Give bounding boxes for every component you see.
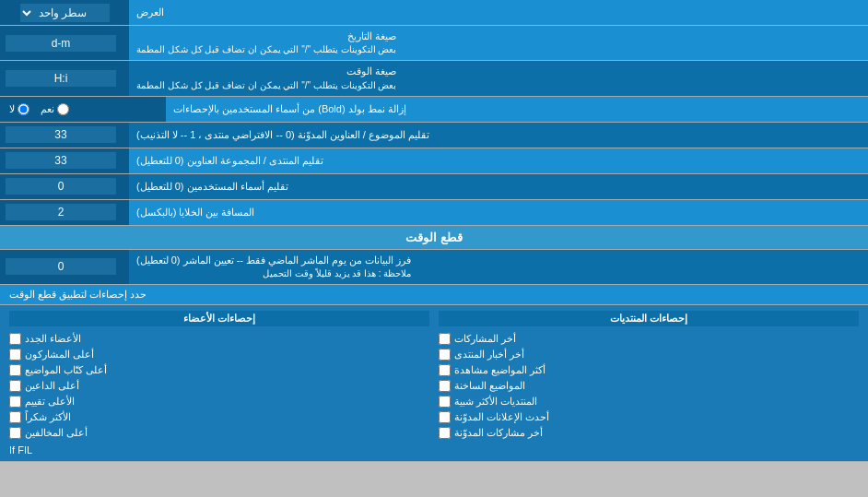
bottom-text: If FIL bbox=[9, 444, 859, 456]
checkbox-label-1-7: أخر مشاركات المدوّنة bbox=[454, 427, 543, 439]
display-label: العرض bbox=[129, 0, 868, 25]
checkbox-item-1-6: أحدث الإعلانات المدوّنة bbox=[439, 411, 859, 423]
checkbox-1-1[interactable] bbox=[439, 333, 451, 345]
realtime-data-row: فرز البيانات من يوم الماشر الماضي فقط --… bbox=[0, 250, 868, 285]
main-container: العرض سطر واحد سطرين ثلاثة أسطر صيغة الت… bbox=[0, 0, 868, 462]
checkbox-2-7[interactable] bbox=[9, 427, 21, 439]
topic-titles-row: تقليم الموضوع / العناوين المدوّنة (0 -- … bbox=[0, 123, 868, 148]
checkbox-label-1-3: أكثر المواضيع مشاهدة bbox=[454, 364, 545, 376]
date-format-input[interactable] bbox=[6, 35, 116, 52]
col2-header: إحصاءات الأعضاء bbox=[9, 311, 429, 326]
date-format-input-cell bbox=[0, 26, 129, 60]
checkbox-item-2-2: أعلى المشاركون bbox=[9, 349, 429, 361]
realtime-section-header: قطع الوقت bbox=[0, 226, 868, 250]
checkbox-label-2-6: الأكثر شكراً bbox=[25, 411, 71, 423]
checkbox-item-2-5: الأعلى تقييم bbox=[9, 396, 429, 408]
time-format-label: صيغة الوقت بعض التكوينات يتطلب "/" التي … bbox=[129, 61, 868, 95]
checkbox-col-members: إحصاءات الأعضاء الأعضاء الجدد أعلى المشا… bbox=[9, 311, 429, 439]
member-names-input[interactable] bbox=[6, 178, 116, 195]
checkbox-1-3[interactable] bbox=[439, 364, 451, 376]
forum-titles-row: تقليم المنتدى / المجموعة العناوين (0 للت… bbox=[0, 148, 868, 174]
col1-header: إحصاءات المنتديات bbox=[439, 311, 859, 326]
checkbox-item-1-4: المواضيع الساخنة bbox=[439, 380, 859, 392]
checkbox-2-1[interactable] bbox=[9, 333, 21, 345]
checkbox-label-1-2: أخر أخبار المنتدى bbox=[454, 349, 524, 361]
cell-spacing-input[interactable] bbox=[6, 204, 116, 220]
member-names-input-cell bbox=[0, 174, 129, 199]
checkbox-item-2-3: أعلى كتّاب المواضيع bbox=[9, 364, 429, 376]
display-select[interactable]: سطر واحد سطرين ثلاثة أسطر bbox=[20, 4, 110, 22]
checkbox-1-2[interactable] bbox=[439, 349, 451, 361]
checkbox-item-2-7: أعلى المخالفين bbox=[9, 427, 429, 439]
checkbox-item-2-4: أعلى الداعين bbox=[9, 380, 429, 392]
checkbox-item-2-6: الأكثر شكراً bbox=[9, 411, 429, 423]
member-names-label: تقليم أسماء المستخدمين (0 للتعطيل) bbox=[129, 174, 868, 199]
bold-radio-yes-label[interactable]: نعم bbox=[41, 103, 69, 115]
checkbox-label-1-4: المواضيع الساخنة bbox=[454, 380, 525, 392]
cell-spacing-row: المسافة بين الخلايا (بالبكسل) bbox=[0, 200, 868, 226]
checkbox-2-2[interactable] bbox=[9, 349, 21, 361]
cell-spacing-label: المسافة بين الخلايا (بالبكسل) bbox=[129, 200, 868, 225]
checkbox-label-2-3: أعلى كتّاب المواضيع bbox=[25, 364, 107, 376]
checkbox-2-5[interactable] bbox=[9, 396, 21, 408]
display-row: العرض سطر واحد سطرين ثلاثة أسطر bbox=[0, 0, 868, 26]
checkboxes-section: إحصاءات المنتديات أخر المشاركات أخر أخبا… bbox=[0, 305, 868, 462]
checkbox-2-3[interactable] bbox=[9, 364, 21, 376]
realtime-data-input-cell bbox=[0, 250, 129, 284]
realtime-data-label: فرز البيانات من يوم الماشر الماضي فقط --… bbox=[129, 250, 868, 284]
display-select-cell: سطر واحد سطرين ثلاثة أسطر bbox=[0, 0, 129, 25]
checkbox-2-6[interactable] bbox=[9, 411, 21, 423]
checkbox-item-1-2: أخر أخبار المنتدى bbox=[439, 349, 859, 361]
checkbox-label-2-5: الأعلى تقييم bbox=[25, 396, 75, 408]
cell-spacing-input-cell bbox=[0, 200, 129, 225]
date-format-label: صيغة التاريخ بعض التكوينات يتطلب "/" الت… bbox=[129, 26, 868, 60]
checkbox-label-2-7: أعلى المخالفين bbox=[25, 427, 88, 439]
realtime-data-input[interactable] bbox=[6, 258, 116, 275]
checkbox-label-1-5: المنتديات الأكثر شبية bbox=[454, 396, 537, 408]
forum-titles-input-cell bbox=[0, 148, 129, 173]
time-format-input[interactable] bbox=[6, 70, 116, 87]
topic-titles-input-cell bbox=[0, 123, 129, 148]
checkbox-item-1-7: أخر مشاركات المدوّنة bbox=[439, 427, 859, 439]
checkbox-1-7[interactable] bbox=[439, 427, 451, 439]
member-names-row: تقليم أسماء المستخدمين (0 للتعطيل) bbox=[0, 174, 868, 200]
bold-remove-radio-cell: نعم لا bbox=[0, 97, 166, 122]
forum-titles-label: تقليم المنتدى / المجموعة العناوين (0 للت… bbox=[129, 148, 868, 173]
checkbox-label-1-6: أحدث الإعلانات المدوّنة bbox=[454, 411, 549, 423]
checkbox-label-2-2: أعلى المشاركون bbox=[25, 349, 94, 361]
bold-remove-row: إزالة نمط بولد (Bold) من أسماء المستخدمي… bbox=[0, 97, 868, 123]
bold-radio-no-label[interactable]: لا bbox=[9, 103, 29, 115]
checkbox-2-4[interactable] bbox=[9, 380, 21, 392]
apply-label-text: حدد إحصاءات لتطبيق قطع الوقت bbox=[9, 289, 147, 301]
checkbox-item-1-5: المنتديات الأكثر شبية bbox=[439, 396, 859, 408]
topic-titles-label: تقليم الموضوع / العناوين المدوّنة (0 -- … bbox=[129, 123, 868, 148]
checkbox-label-1-1: أخر المشاركات bbox=[454, 333, 516, 345]
bold-radio-yes[interactable] bbox=[57, 103, 69, 115]
checkbox-col-forums: إحصاءات المنتديات أخر المشاركات أخر أخبا… bbox=[439, 311, 859, 439]
date-format-row: صيغة التاريخ بعض التكوينات يتطلب "/" الت… bbox=[0, 26, 868, 61]
apply-label-row: حدد إحصاءات لتطبيق قطع الوقت bbox=[0, 285, 868, 305]
bold-radio-no[interactable] bbox=[18, 103, 29, 115]
topic-titles-input[interactable] bbox=[6, 126, 116, 143]
checkbox-1-4[interactable] bbox=[439, 380, 451, 392]
forum-titles-input[interactable] bbox=[6, 152, 116, 169]
time-format-input-cell bbox=[0, 61, 129, 95]
checkbox-label-2-1: الأعضاء الجدد bbox=[25, 333, 81, 345]
checkboxes-grid: إحصاءات المنتديات أخر المشاركات أخر أخبا… bbox=[9, 311, 859, 439]
time-format-row: صيغة الوقت بعض التكوينات يتطلب "/" التي … bbox=[0, 61, 868, 96]
checkbox-item-1-1: أخر المشاركات bbox=[439, 333, 859, 345]
checkbox-item-2-1: الأعضاء الجدد bbox=[9, 333, 429, 345]
checkbox-label-2-4: أعلى الداعين bbox=[25, 380, 79, 392]
bold-remove-label: إزالة نمط بولد (Bold) من أسماء المستخدمي… bbox=[166, 97, 868, 122]
checkbox-item-1-3: أكثر المواضيع مشاهدة bbox=[439, 364, 859, 376]
checkbox-1-6[interactable] bbox=[439, 411, 451, 423]
checkbox-1-5[interactable] bbox=[439, 396, 451, 408]
